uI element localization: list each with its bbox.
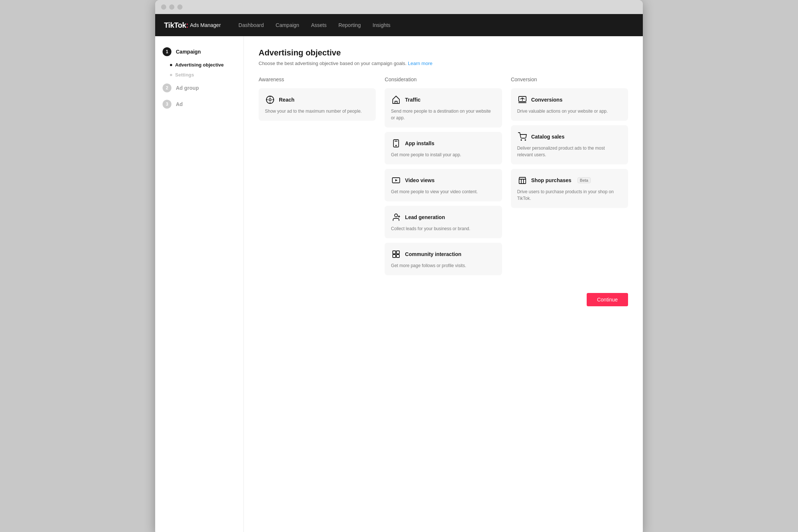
catalog-sales-card[interactable]: Catalog sales Deliver personalized produ… [511, 125, 628, 164]
sub-bullet-advertising-objective [170, 64, 172, 66]
svg-marker-11 [395, 179, 398, 181]
page-subtitle: Choose the best advertising objective ba… [259, 61, 628, 66]
sidebar-step-ad[interactable]: 3 Ad [155, 96, 243, 112]
sidebar-sub-advertising-objective[interactable]: Advertising objective [155, 60, 243, 70]
browser-dot-3 [177, 4, 183, 10]
awareness-column: Awareness [259, 76, 376, 125]
sidebar-sub-settings[interactable]: Settings [155, 70, 243, 80]
lead-generation-card[interactable]: Lead generation Collect leads for your b… [385, 206, 502, 238]
svg-point-22 [521, 140, 522, 140]
conversions-desc: Drive valuable actions on your website o… [517, 108, 622, 115]
reach-card-header: Reach [265, 95, 369, 105]
consideration-column: Consideration Traffic Se [385, 76, 502, 280]
nav-campaign[interactable]: Campaign [276, 22, 299, 28]
objectives-grid: Awareness [259, 76, 628, 280]
video-views-card-header: Video views [391, 175, 495, 185]
reach-desc: Show your ad to the maximum number of pe… [265, 108, 369, 115]
community-title: Community interaction [405, 251, 461, 257]
video-views-title: Video views [405, 177, 434, 183]
conversions-card[interactable]: Conversions Drive valuable actions on yo… [511, 88, 628, 121]
conversions-icon [517, 95, 528, 105]
app-installs-icon [391, 138, 401, 149]
catalog-title: Catalog sales [531, 134, 565, 140]
continue-button[interactable]: Continue [587, 293, 628, 306]
page-title: Advertising objective [259, 48, 628, 58]
svg-point-1 [269, 99, 271, 101]
video-views-card[interactable]: Video views Get more people to view your… [385, 169, 502, 201]
svg-point-12 [395, 214, 398, 217]
step-label-campaign: Campaign [176, 49, 201, 55]
sub-label-settings: Settings [175, 72, 194, 78]
catalog-icon [517, 132, 528, 142]
shop-title: Shop purchases [531, 177, 572, 183]
svg-point-23 [525, 140, 526, 140]
reach-icon [265, 95, 275, 105]
app-installs-card-header: App installs [391, 138, 495, 149]
step-label-ad-group: Ad group [176, 85, 199, 91]
nav-links: Dashboard Campaign Assets Reporting Insi… [239, 22, 391, 28]
catalog-desc: Deliver personalized product ads to the … [517, 145, 622, 158]
reach-title: Reach [279, 97, 294, 103]
catalog-card-header: Catalog sales [517, 132, 622, 142]
shop-beta-badge: Beta [577, 177, 591, 183]
subtitle-text: Choose the best advertising objective ba… [259, 61, 406, 66]
conversions-card-header: Conversions [517, 95, 622, 105]
nav-assets[interactable]: Assets [311, 22, 327, 28]
step-badge-2: 2 [163, 83, 171, 92]
sidebar: 1 Campaign Advertising objective Setting… [155, 36, 244, 532]
community-desc: Get more page follows or profile visits. [391, 262, 495, 269]
lead-gen-title: Lead generation [405, 214, 445, 220]
community-interaction-card[interactable]: Community interaction Get more page foll… [385, 243, 502, 275]
app-installs-title: App installs [405, 140, 434, 146]
traffic-icon [391, 95, 401, 105]
community-card-header: Community interaction [391, 249, 495, 259]
shop-purchases-card[interactable]: Shop purchases Beta Drive users to purch… [511, 169, 628, 208]
video-views-desc: Get more people to view your video conte… [391, 188, 495, 195]
svg-point-8 [396, 145, 396, 146]
browser-window: TikTok: Ads Manager Dashboard Campaign A… [155, 0, 643, 532]
logo-dot: : [186, 21, 189, 30]
browser-dot-1 [161, 4, 166, 10]
video-views-icon [391, 175, 401, 185]
lead-gen-desc: Collect leads for your business or brand… [391, 225, 495, 232]
svg-rect-17 [393, 255, 396, 258]
conversion-title: Conversion [511, 76, 628, 82]
learn-more-link[interactable]: Learn more [408, 61, 432, 66]
step-label-ad: Ad [176, 101, 183, 107]
content-area: Advertising objective Choose the best ad… [244, 36, 643, 532]
browser-dot-2 [169, 4, 174, 10]
lead-gen-icon [391, 212, 401, 222]
sub-bullet-settings [170, 74, 172, 76]
shop-card-header: Shop purchases Beta [517, 175, 622, 185]
nav-insights[interactable]: Insights [373, 22, 391, 28]
step-badge-1: 1 [163, 47, 171, 56]
traffic-desc: Send more people to a destination on you… [391, 108, 495, 121]
lead-gen-card-header: Lead generation [391, 212, 495, 222]
logo-ads-manager: Ads Manager [190, 22, 221, 28]
logo-area: TikTok: Ads Manager [164, 21, 221, 30]
community-icon [391, 249, 401, 259]
top-nav: TikTok: Ads Manager Dashboard Campaign A… [155, 14, 643, 36]
sidebar-step-ad-group[interactable]: 2 Ad group [155, 80, 243, 96]
svg-rect-24 [519, 179, 526, 184]
svg-rect-15 [393, 251, 396, 254]
awareness-title: Awareness [259, 76, 376, 82]
traffic-card[interactable]: Traffic Send more people to a destinatio… [385, 88, 502, 127]
traffic-title: Traffic [405, 97, 420, 103]
logo-tiktok: TikTok [164, 21, 186, 30]
nav-reporting[interactable]: Reporting [338, 22, 361, 28]
app-installs-card[interactable]: App installs Get more people to install … [385, 132, 502, 164]
reach-card[interactable]: Reach Show your ad to the maximum number… [259, 88, 376, 121]
continue-btn-area: Continue [259, 287, 628, 308]
shop-desc: Drive users to purchase products in your… [517, 188, 622, 202]
sidebar-step-campaign[interactable]: 1 Campaign [155, 44, 243, 60]
step-badge-3: 3 [163, 100, 171, 109]
app-installs-desc: Get more people to install your app. [391, 151, 495, 158]
nav-dashboard[interactable]: Dashboard [239, 22, 264, 28]
main-layout: 1 Campaign Advertising objective Setting… [155, 36, 643, 532]
conversion-column: Conversion [511, 76, 628, 212]
svg-rect-16 [396, 251, 399, 254]
shop-icon [517, 175, 528, 185]
svg-rect-18 [396, 255, 399, 258]
traffic-card-header: Traffic [391, 95, 495, 105]
